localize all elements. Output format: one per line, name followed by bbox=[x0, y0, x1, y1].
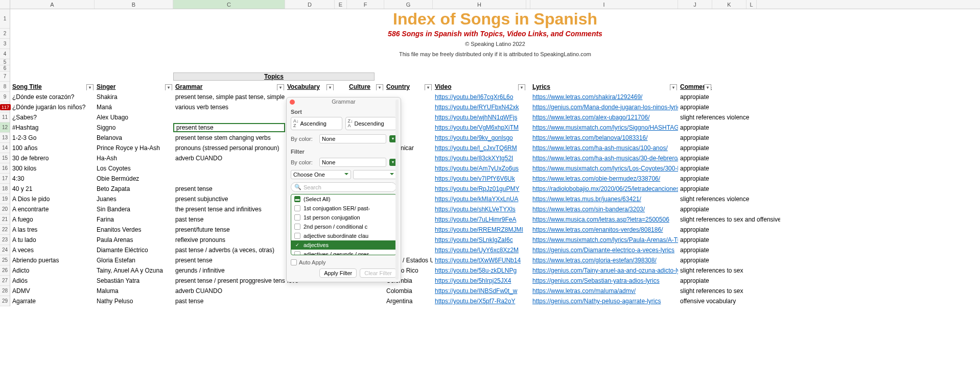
link[interactable]: https://genius.com/Diamante-electrico-a-… bbox=[532, 247, 674, 254]
grammar-cell[interactable]: present tense bbox=[173, 185, 285, 192]
comments-cell[interactable]: appropiate bbox=[678, 144, 780, 152]
comments-cell[interactable]: appropiate bbox=[678, 175, 780, 182]
row-header[interactable]: 28 bbox=[0, 286, 10, 296]
lyrics-cell[interactable]: https://www.musica.com/letras.asp?letra=… bbox=[530, 216, 678, 223]
lyrics-cell[interactable]: https://www.letras.com/sin-bandera/3203/ bbox=[530, 206, 678, 213]
lyrics-cell[interactable]: https://www.letras.com/maluma/admv/ bbox=[530, 287, 678, 295]
comments-cell[interactable]: appropiate bbox=[678, 155, 780, 162]
lyrics-cell[interactable]: https://www.letras.com/shakira/1292469/ bbox=[530, 93, 678, 101]
column-header[interactable]: D bbox=[285, 0, 335, 9]
lyrics-cell[interactable]: https://www.musixmatch.com/lyrics/Siggno… bbox=[530, 124, 678, 131]
link[interactable]: https://www.letras.com/shakira/1292469/ bbox=[532, 93, 642, 101]
link[interactable]: https://youtu.be/58u-zkDLNPg bbox=[435, 267, 517, 274]
video-cell[interactable]: https://youtu.be/83ckXYtg52I bbox=[433, 155, 526, 162]
grammar-cell[interactable]: reflexive pronouns bbox=[173, 236, 285, 243]
link[interactable]: https://youtu.be/RREMRZ8MJMI bbox=[435, 226, 523, 233]
video-cell[interactable]: https://youtu.be/shKLVeTYXls bbox=[433, 206, 526, 213]
song-title-cell[interactable]: Adicto bbox=[10, 267, 95, 274]
link[interactable]: https://youtu.be/wjhNN1qWFjs bbox=[435, 114, 517, 121]
video-cell[interactable]: https://youtu.be/v7IPfY6V6Uk bbox=[433, 175, 526, 182]
singer-cell[interactable]: Belanova bbox=[95, 134, 173, 141]
grammar-cell[interactable]: present tense, simple past tense, simple… bbox=[173, 93, 285, 101]
lyrics-cell[interactable]: https://genius.com/Sebastian-yatra-adios… bbox=[530, 277, 678, 284]
link[interactable]: https://www.letras.com/sin-bandera/3203/ bbox=[532, 206, 645, 213]
lyrics-cell[interactable]: https://genius.com/Nathy-peluso-agarrate… bbox=[530, 298, 678, 305]
singer-cell[interactable]: Prince Royce y Ha-Ash bbox=[95, 144, 173, 152]
grammar-cell[interactable]: adverb CUANDO bbox=[173, 287, 285, 295]
comments-cell[interactable]: slight references to sex and offensive v… bbox=[678, 216, 780, 223]
singer-cell[interactable]: Gloria Estefan bbox=[95, 257, 173, 264]
comments-cell[interactable]: slight references violence bbox=[678, 114, 780, 121]
song-title-cell[interactable]: 100 años bbox=[10, 144, 95, 152]
grammar-cell[interactable]: present tense bbox=[173, 257, 285, 264]
comments-cell[interactable]: slight references to sex bbox=[678, 287, 780, 295]
link[interactable]: https://youtu.be/v7IPfY6V6Uk bbox=[435, 175, 515, 182]
select-all-corner[interactable] bbox=[0, 0, 10, 9]
video-cell[interactable]: https://youtu.be/X5pf7-Ra2oY bbox=[433, 298, 526, 305]
row-header[interactable]: 24 bbox=[0, 245, 10, 255]
row-header[interactable]: 25 bbox=[0, 255, 10, 265]
lyrics-cell[interactable]: https://genius.com/Mana-donde-jugaran-lo… bbox=[530, 104, 678, 111]
link[interactable]: https://youtu.be/9kv_gonlsgo bbox=[435, 134, 513, 141]
link[interactable]: https://www.letras.mus.br/juanes/63421/ bbox=[532, 196, 641, 203]
sort-descending-button[interactable]: Z↓A Descending bbox=[345, 117, 397, 130]
row-header[interactable]: 27 bbox=[0, 276, 10, 286]
video-cell[interactable]: https://youtu.be/RYUFbxN42xk bbox=[433, 104, 526, 111]
comments-cell[interactable]: slight references violence bbox=[678, 196, 780, 203]
row-header[interactable]: 22 bbox=[0, 225, 10, 235]
song-title-cell[interactable]: Agarrate bbox=[10, 298, 95, 305]
row-header[interactable]: 23 bbox=[0, 235, 10, 245]
link[interactable]: https://youtu.be/RpJz01guPMY bbox=[435, 185, 519, 192]
singer-cell[interactable]: Siggno bbox=[95, 124, 173, 131]
singer-cell[interactable]: Tainy, Anuel AA y Ozuna bbox=[95, 267, 173, 274]
clear-filter-button[interactable]: Clear Filter bbox=[360, 268, 396, 278]
song-title-cell[interactable]: ¿Dónde este corazón? bbox=[10, 93, 95, 101]
singer-cell[interactable]: Ha-Ash bbox=[95, 155, 173, 162]
column-header[interactable] bbox=[526, 0, 530, 9]
link[interactable]: https://youtu.be/5hIrpj25JX4 bbox=[435, 277, 511, 284]
link[interactable]: https://www.letras.com/gloria-estefan/39… bbox=[532, 257, 657, 264]
row-header[interactable]: 5 bbox=[0, 59, 10, 65]
column-header[interactable]: I bbox=[530, 0, 678, 9]
row-header[interactable]: 26 bbox=[0, 265, 10, 276]
link[interactable]: https://youtu.be/kMIaYXxLnUA bbox=[435, 196, 518, 203]
row-header[interactable]: 29 bbox=[0, 296, 10, 306]
row-header[interactable]: 7 bbox=[0, 71, 10, 82]
column-header[interactable]: A bbox=[10, 0, 95, 9]
video-cell[interactable]: https://youtu.be/l_cJxvTQ6RM bbox=[433, 144, 526, 152]
singer-cell[interactable]: Juanes bbox=[95, 196, 173, 203]
country-cell[interactable]: Argentina bbox=[384, 298, 433, 305]
row-header[interactable]: 8 bbox=[0, 82, 10, 92]
country-cell[interactable]: Colombia bbox=[384, 287, 433, 295]
column-header[interactable]: J bbox=[678, 0, 712, 9]
singer-cell[interactable]: Maluma bbox=[95, 287, 173, 295]
video-cell[interactable]: https://youtu.be/RpJz01guPMY bbox=[433, 185, 526, 192]
link[interactable]: https://www.letras.com/enanitos-verdes/8… bbox=[532, 226, 663, 233]
sort-color-dropdown[interactable]: None bbox=[319, 134, 386, 143]
filter-button[interactable]: ▾ bbox=[86, 84, 94, 90]
grammar-cell[interactable]: present subjunctive bbox=[173, 196, 285, 203]
song-title-cell[interactable]: #Hashtag bbox=[10, 124, 95, 131]
grammar-cell[interactable]: the present tense and infinitives bbox=[173, 206, 285, 213]
row-header[interactable]: 12 bbox=[0, 123, 10, 133]
row-header[interactable]: 2 bbox=[0, 29, 10, 39]
lyrics-cell[interactable]: https://www.musixmatch.com/lyrics/Los-Co… bbox=[530, 165, 678, 172]
video-cell[interactable]: https://youtu.be/wjhNN1qWFjs bbox=[433, 114, 526, 121]
link[interactable]: https://youtu.be/VgM6xhpXiTM bbox=[435, 124, 519, 131]
song-title-cell[interactable]: A veces bbox=[10, 247, 95, 254]
link[interactable]: https://youtu.be/X5pf7-Ra2oY bbox=[435, 298, 515, 305]
filter-button[interactable]: ▾ bbox=[670, 84, 677, 90]
row-header[interactable]: 19 bbox=[0, 194, 10, 204]
link[interactable]: https://www.letras.com/obie-bermudez/338… bbox=[532, 175, 660, 182]
grammar-cell[interactable]: various verb tenses bbox=[173, 104, 285, 111]
lyrics-cell[interactable]: https://www.letras.com/belanova/1083316/ bbox=[530, 134, 678, 141]
singer-cell[interactable]: Beto Zapata bbox=[95, 185, 173, 192]
filter-condition-dropdown[interactable]: Choose One bbox=[291, 170, 351, 179]
comments-cell[interactable]: slight references to sex bbox=[678, 267, 780, 274]
column-header[interactable]: C bbox=[173, 0, 285, 9]
video-cell[interactable]: https://youtu.be/I67cgXr6L6o bbox=[433, 93, 526, 101]
grammar-cell[interactable]: pronouns (stressed personal pronoun) bbox=[173, 144, 285, 152]
row-header[interactable]: 18 bbox=[0, 184, 10, 194]
link[interactable]: https://www.musixmatch.com/lyrics/Los-Co… bbox=[532, 165, 678, 172]
grammar-cell[interactable]: past tense bbox=[173, 298, 285, 305]
